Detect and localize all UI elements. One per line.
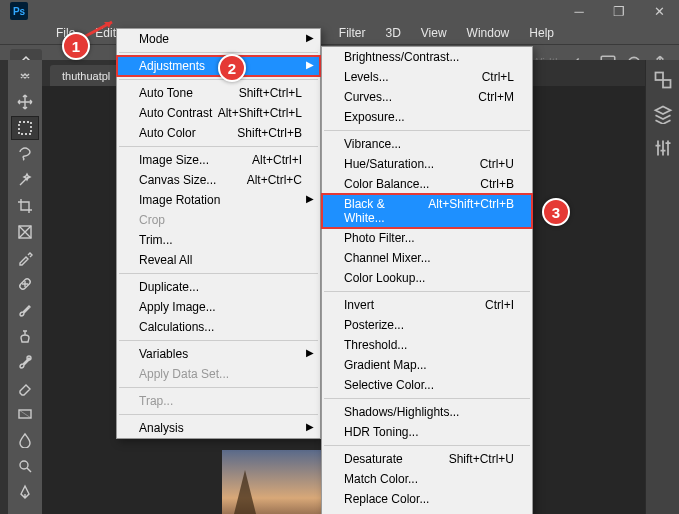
tool-clone[interactable] xyxy=(11,324,39,348)
callout-2: 2 xyxy=(218,54,246,82)
panel-color-icon[interactable] xyxy=(653,70,673,90)
adj-black-white[interactable]: Black & White...Alt+Shift+Ctrl+B xyxy=(322,194,532,228)
tool-eyedropper[interactable] xyxy=(11,246,39,270)
tool-dodge[interactable] xyxy=(11,454,39,478)
panel-adjustments-icon[interactable] xyxy=(653,138,673,158)
right-panel-dock xyxy=(645,60,679,514)
adj-gradient-map[interactable]: Gradient Map... xyxy=(322,355,532,375)
tool-history-brush[interactable] xyxy=(11,350,39,374)
tool-healing[interactable] xyxy=(11,272,39,296)
adj-replace-color[interactable]: Replace Color... xyxy=(322,489,532,509)
adj-hue[interactable]: Hue/Saturation...Ctrl+U xyxy=(322,154,532,174)
callout-1: 1 xyxy=(62,32,90,60)
menu-crop: Crop xyxy=(117,210,320,230)
tool-frame[interactable] xyxy=(11,220,39,244)
adj-photo-filter[interactable]: Photo Filter... xyxy=(322,228,532,248)
menu-analysis[interactable]: Analysis▶ xyxy=(117,418,320,438)
tool-crop[interactable] xyxy=(11,194,39,218)
toolbox xyxy=(8,60,42,514)
window-minimize[interactable]: ─ xyxy=(559,0,599,22)
menu-apply-image[interactable]: Apply Image... xyxy=(117,297,320,317)
menu-trap: Trap... xyxy=(117,391,320,411)
adj-equalize[interactable]: Equalize xyxy=(322,509,532,514)
tool-marquee[interactable] xyxy=(11,116,39,140)
adj-invert[interactable]: InvertCtrl+I xyxy=(322,295,532,315)
image-menu-dropdown: Mode▶ Adjustments▶ Auto ToneShift+Ctrl+L… xyxy=(116,28,321,439)
menu-image-rotation[interactable]: Image Rotation▶ xyxy=(117,190,320,210)
app-logo: Ps xyxy=(10,2,28,20)
adj-desaturate[interactable]: DesaturateShift+Ctrl+U xyxy=(322,449,532,469)
tool-pen[interactable] xyxy=(11,480,39,504)
adj-shadows[interactable]: Shadows/Highlights... xyxy=(322,402,532,422)
left-gutter xyxy=(0,60,8,514)
window-restore[interactable]: ❐ xyxy=(599,0,639,22)
window-close[interactable]: ✕ xyxy=(639,0,679,22)
menu-help[interactable]: Help xyxy=(519,23,564,43)
panel-layers-icon[interactable] xyxy=(653,104,673,124)
menu-auto-contrast[interactable]: Auto ContrastAlt+Shift+Ctrl+L xyxy=(117,103,320,123)
tool-move[interactable] xyxy=(11,90,39,114)
adj-vibrance[interactable]: Vibrance... xyxy=(322,134,532,154)
adj-channel-mixer[interactable]: Channel Mixer... xyxy=(322,248,532,268)
adj-brightness[interactable]: Brightness/Contrast... xyxy=(322,47,532,67)
adj-exposure[interactable]: Exposure... xyxy=(322,107,532,127)
svg-rect-8 xyxy=(655,73,663,81)
menu-filter[interactable]: Filter xyxy=(329,23,376,43)
tool-brush[interactable] xyxy=(11,298,39,322)
menu-canvas-size[interactable]: Canvas Size...Alt+Ctrl+C xyxy=(117,170,320,190)
menu-auto-color[interactable]: Auto ColorShift+Ctrl+B xyxy=(117,123,320,143)
tool-blur[interactable] xyxy=(11,428,39,452)
adj-selective[interactable]: Selective Color... xyxy=(322,375,532,395)
adjustments-submenu: Brightness/Contrast... Levels...Ctrl+L C… xyxy=(321,46,533,514)
adj-color-lookup[interactable]: Color Lookup... xyxy=(322,268,532,288)
tool-magic-wand[interactable] xyxy=(11,168,39,192)
menu-calculations[interactable]: Calculations... xyxy=(117,317,320,337)
menu-mode[interactable]: Mode▶ xyxy=(117,29,320,49)
menu-image-size[interactable]: Image Size...Alt+Ctrl+I xyxy=(117,150,320,170)
tool-toggle[interactable] xyxy=(11,64,39,88)
svg-rect-2 xyxy=(19,122,31,134)
document-tab[interactable]: thuthuatpl xyxy=(50,65,122,86)
adj-levels[interactable]: Levels...Ctrl+L xyxy=(322,67,532,87)
tool-gradient[interactable] xyxy=(11,402,39,426)
menu-view[interactable]: View xyxy=(411,23,457,43)
adj-hdr[interactable]: HDR Toning... xyxy=(322,422,532,442)
adj-threshold[interactable]: Threshold... xyxy=(322,335,532,355)
adj-posterize[interactable]: Posterize... xyxy=(322,315,532,335)
menu-variables[interactable]: Variables▶ xyxy=(117,344,320,364)
menu-auto-tone[interactable]: Auto ToneShift+Ctrl+L xyxy=(117,83,320,103)
tool-lasso[interactable] xyxy=(11,142,39,166)
adj-curves[interactable]: Curves...Ctrl+M xyxy=(322,87,532,107)
callout-3: 3 xyxy=(542,198,570,226)
menu-reveal-all[interactable]: Reveal All xyxy=(117,250,320,270)
menu-window[interactable]: Window xyxy=(457,23,520,43)
svg-rect-9 xyxy=(663,80,671,88)
menu-3d[interactable]: 3D xyxy=(375,23,410,43)
menu-duplicate[interactable]: Duplicate... xyxy=(117,277,320,297)
adj-color-balance[interactable]: Color Balance...Ctrl+B xyxy=(322,174,532,194)
tool-eraser[interactable] xyxy=(11,376,39,400)
menu-apply-data-set: Apply Data Set... xyxy=(117,364,320,384)
menu-trim[interactable]: Trim... xyxy=(117,230,320,250)
svg-point-7 xyxy=(20,461,28,469)
adj-match-color[interactable]: Match Color... xyxy=(322,469,532,489)
